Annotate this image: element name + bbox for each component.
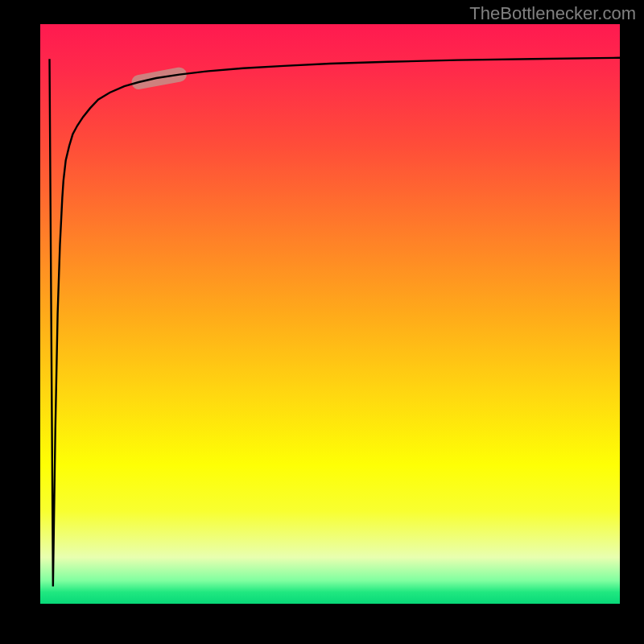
chart-plot-area	[40, 24, 620, 604]
chart-svg-layer	[40, 24, 620, 604]
bottleneck-curve	[50, 58, 620, 587]
watermark-text: TheBottlenecker.com	[469, 3, 636, 24]
